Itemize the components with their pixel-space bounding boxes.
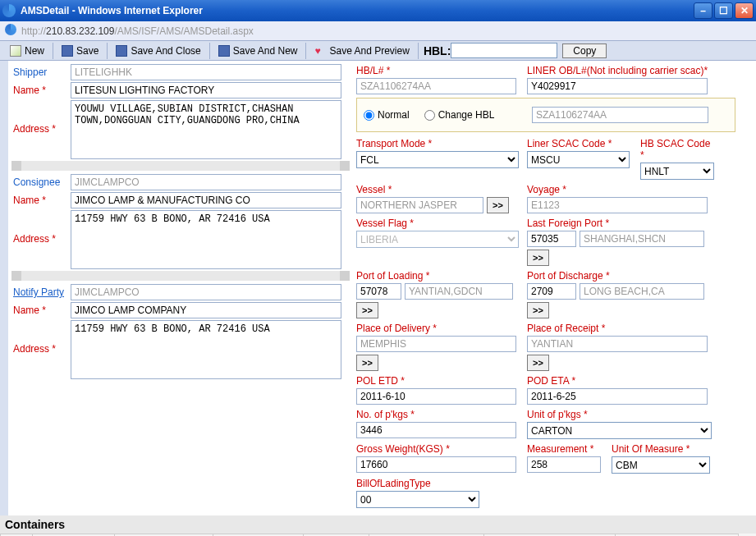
port-discharge-name[interactable] bbox=[580, 283, 704, 300]
hbl-label: HB/L# * bbox=[356, 64, 520, 78]
notify-name-label: Name * bbox=[11, 302, 71, 318]
notify-address-label: Address * bbox=[11, 320, 71, 357]
vessel-flag-select: LIBERIA bbox=[356, 231, 519, 248]
measurement-label: Measurement * bbox=[527, 442, 605, 456]
copy-button[interactable]: Copy bbox=[562, 44, 607, 58]
place-receipt-label: Place of Receipt * bbox=[527, 322, 735, 336]
page-icon bbox=[5, 24, 16, 38]
vessel-flag-label: Vessel Flag * bbox=[356, 217, 520, 231]
vessel-input[interactable] bbox=[356, 197, 483, 213]
hbl-search-input[interactable] bbox=[451, 43, 557, 58]
url-prefix: http:// bbox=[21, 25, 46, 37]
save-icon bbox=[62, 45, 73, 57]
last-foreign-port-go-button[interactable]: >> bbox=[527, 250, 549, 266]
bol-type-select[interactable]: 00 bbox=[356, 491, 479, 508]
pod-eta-input[interactable] bbox=[527, 388, 708, 405]
url-path: /AMS/ISF/AMS/AMSDetail.aspx bbox=[114, 25, 253, 37]
save-new-icon bbox=[218, 45, 230, 57]
port-loading-name[interactable] bbox=[405, 283, 513, 300]
hbl-label: HBL: bbox=[424, 44, 451, 57]
ie-icon bbox=[2, 4, 16, 17]
save-close-icon bbox=[116, 45, 127, 57]
last-foreign-port-label: Last Foreign Port * bbox=[527, 217, 735, 231]
consignee-address-input[interactable]: 11759 HWY 63 B BONO, AR 72416 USA bbox=[71, 210, 341, 269]
unit-pkgs-label: Unit of p'kgs * bbox=[527, 408, 735, 422]
change-hbl-radio[interactable]: Change HBL bbox=[424, 109, 495, 121]
voyage-label: Voyage * bbox=[527, 183, 735, 197]
notify-header[interactable]: Notify Party bbox=[11, 284, 71, 300]
consignee-code-input[interactable] bbox=[71, 174, 341, 190]
last-foreign-port-name[interactable] bbox=[580, 231, 704, 247]
hbl-input[interactable] bbox=[356, 78, 516, 94]
notify-address-input[interactable]: 11759 HWY 63 B BONO, AR 72416 USA bbox=[71, 320, 341, 379]
place-receipt-go-button[interactable]: >> bbox=[527, 355, 549, 371]
port-discharge-go-button[interactable]: >> bbox=[527, 302, 549, 318]
hbl2-input[interactable] bbox=[532, 107, 708, 123]
pod-eta-label: POD ETA * bbox=[527, 374, 735, 388]
close-button[interactable]: ✕ bbox=[735, 2, 754, 19]
liner-scac-select[interactable]: MSCU bbox=[527, 151, 630, 168]
url-host: 210.83.232.109 bbox=[46, 25, 114, 37]
port-loading-go-button[interactable]: >> bbox=[356, 302, 378, 318]
no-pkgs-label: No. of p'kgs * bbox=[356, 408, 520, 422]
port-loading-label: Port of Loading * bbox=[356, 269, 520, 283]
port-loading-code[interactable] bbox=[356, 283, 401, 300]
heart-icon: ♥ bbox=[314, 45, 326, 57]
port-discharge-label: Port of Discharge * bbox=[527, 269, 735, 283]
window-titlebar: AMSDetail - Windows Internet Explorer – … bbox=[0, 0, 756, 21]
gross-weight-input[interactable] bbox=[356, 456, 516, 473]
new-icon bbox=[10, 45, 21, 57]
voyage-input[interactable] bbox=[527, 197, 708, 213]
pol-etd-label: POL ETD * bbox=[356, 374, 520, 388]
liner-scac-label: Liner SCAC Code * bbox=[527, 137, 634, 151]
transport-mode-label: Transport Mode * bbox=[356, 137, 520, 151]
hb-scac-label: HB SCAC Code * bbox=[640, 137, 714, 163]
measurement-input[interactable] bbox=[527, 456, 601, 473]
save-preview-button[interactable]: ♥Save And Preview bbox=[308, 44, 415, 58]
port-discharge-code[interactable] bbox=[527, 283, 576, 300]
no-pkgs-input[interactable] bbox=[356, 422, 516, 438]
bol-type-label: BillOfLadingType bbox=[356, 477, 520, 491]
place-delivery-label: Place of Delivery * bbox=[356, 322, 520, 336]
consignee-name-input[interactable] bbox=[71, 192, 341, 208]
liner-obl-label: LINER OB/L#(Not including carrier scac)* bbox=[527, 64, 735, 78]
hbl-change-panel: Normal Change HBL bbox=[356, 98, 735, 132]
place-delivery-input[interactable] bbox=[356, 336, 516, 352]
transport-mode-select[interactable]: FCL bbox=[356, 151, 519, 168]
unit-pkgs-select[interactable]: CARTON bbox=[527, 422, 712, 439]
liner-obl-input[interactable] bbox=[527, 78, 708, 94]
vessel-go-button[interactable]: >> bbox=[487, 197, 509, 213]
notify-code-input[interactable] bbox=[71, 284, 341, 300]
notify-name-input[interactable] bbox=[71, 302, 341, 318]
shipper-code-input[interactable] bbox=[71, 64, 341, 80]
shipper-header: Shipper bbox=[11, 64, 71, 80]
uom-label: Unit Of Measure * bbox=[612, 442, 735, 456]
consignee-header: Consignee bbox=[11, 174, 71, 190]
save-close-button[interactable]: Save And Close bbox=[109, 44, 207, 58]
last-foreign-port-code[interactable] bbox=[527, 231, 576, 247]
shipper-address-input[interactable]: YOUWU VILLAGE,SUBIAN DISTRICT,CHASHAN TO… bbox=[71, 100, 341, 159]
shipper-name-label: Name * bbox=[11, 82, 71, 98]
consignee-name-label: Name * bbox=[11, 192, 71, 208]
address-bar[interactable]: http:// 210.83.232.109 /AMS/ISF/AMS/AMSD… bbox=[0, 21, 756, 41]
containers-header: Containers bbox=[0, 515, 756, 534]
toolbar: New Save Save And Close Save And New ♥Sa… bbox=[0, 41, 756, 61]
uom-select[interactable]: CBM bbox=[612, 456, 710, 474]
pol-etd-input[interactable] bbox=[356, 388, 516, 405]
window-title: AMSDetail - Windows Internet Explorer bbox=[21, 5, 694, 16]
shipper-address-label: Address * bbox=[11, 100, 71, 137]
maximize-button[interactable]: ☐ bbox=[714, 2, 733, 19]
gross-weight-label: Gross Weight(KGS) * bbox=[356, 442, 520, 456]
minimize-button[interactable]: – bbox=[694, 2, 712, 19]
section-divider bbox=[11, 271, 350, 281]
place-delivery-go-button[interactable]: >> bbox=[356, 355, 378, 371]
consignee-address-label: Address * bbox=[11, 210, 71, 247]
section-divider bbox=[11, 161, 350, 171]
save-new-button[interactable]: Save And New bbox=[212, 44, 305, 58]
place-receipt-input[interactable] bbox=[527, 336, 708, 352]
save-button[interactable]: Save bbox=[55, 44, 105, 58]
hb-scac-select[interactable]: HNLT bbox=[640, 163, 714, 180]
normal-radio[interactable]: Normal bbox=[364, 109, 410, 121]
shipper-name-input[interactable] bbox=[71, 82, 341, 98]
new-button[interactable]: New bbox=[3, 44, 51, 58]
